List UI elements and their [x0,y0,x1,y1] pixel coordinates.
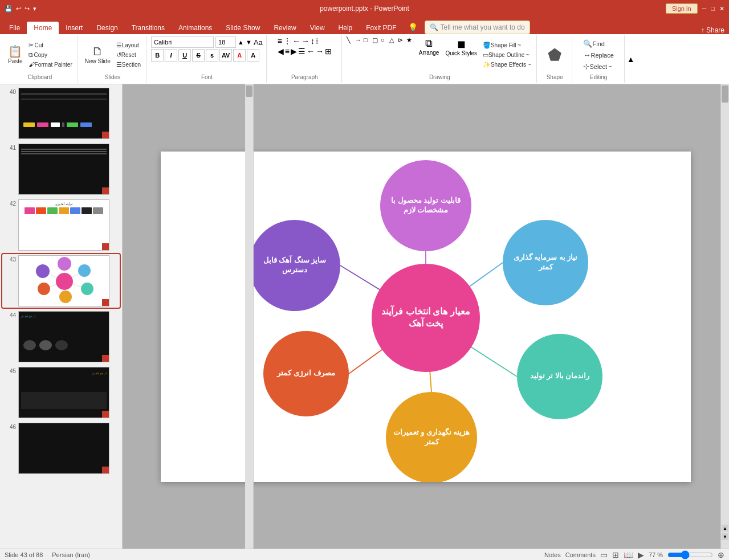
rtl-icon[interactable]: ← [307,47,315,56]
cut-button[interactable]: ✂ Cut [27,41,74,50]
copy-button[interactable]: ⧉ Copy [27,51,74,59]
zoom-fit-icon[interactable]: ⊕ [718,550,724,559]
font-highlight-button[interactable]: A [247,49,259,62]
slide-thumb-45[interactable]: 45 آب های آهک‌دار [2,366,120,419]
ltr-icon[interactable]: → [316,47,324,56]
sign-in-button[interactable]: Sign in [666,3,698,14]
shape-tri-icon[interactable]: △ [389,36,397,44]
columns-icon[interactable]: ⁞ [316,36,318,46]
italic-button[interactable]: I [165,49,177,62]
shape-roundrect-icon[interactable]: ▢ [372,36,380,44]
shape-outline-button[interactable]: ▭ Shape Outline ~ [481,51,533,59]
right-scrollbar[interactable]: ▲ ▼ [720,84,729,549]
bubble-n6: سایز سنگ آهک قابل دسترس [249,220,340,311]
shape-fill-button[interactable]: 🪣 Shape Fill ~ [481,41,533,50]
arrange-icon: ⧉ [425,38,433,50]
font-row1: ▲ ▼ Aa [151,36,263,48]
strikethrough-button[interactable]: S [192,49,205,62]
editing-group: 🔍 Find ↔ Replace ⊹ Select ~ Editing [573,35,625,83]
increase-font-icon[interactable]: ▲ [238,39,244,46]
restore-icon[interactable]: □ [711,5,715,12]
align-right-icon[interactable]: ▶ [291,47,297,56]
shape-rect-icon[interactable]: □ [364,36,372,44]
underline-button[interactable]: U [178,49,191,62]
share-button[interactable]: ↑ Share [701,26,724,34]
tab-view[interactable]: View [303,22,332,34]
tab-slideshow[interactable]: Slide Show [219,22,267,34]
tab-animations[interactable]: Animations [172,22,219,34]
view-slideshow-icon[interactable]: ▶ [638,550,644,559]
shape-circle-icon[interactable]: ○ [381,36,389,44]
tab-help[interactable]: Help [332,22,360,34]
section-button[interactable]: ☰ Section [115,60,142,69]
scroll-down-btn[interactable]: ▼ [722,533,728,540]
select-icon: ⊹ [583,62,589,71]
redo-icon[interactable]: ↪ [25,5,30,13]
ribbon-collapse-button[interactable]: ▲ [626,35,636,83]
smartart-icon[interactable]: ⊞ [325,47,332,56]
new-slide-button[interactable]: 🗋 New Slide [83,44,113,66]
increase-indent-icon[interactable]: → [302,36,309,46]
decrease-font-icon[interactable]: ▼ [246,39,252,46]
font-size-input[interactable] [215,36,236,48]
view-reading-icon[interactable]: 📖 [624,550,633,559]
tab-file[interactable]: File [2,22,27,34]
replace-button[interactable]: ↔ Replace [581,50,615,60]
font-color-button[interactable]: A [233,49,246,62]
format-painter-button[interactable]: 🖌 Format Painter [27,60,74,68]
undo-icon[interactable]: ↩ [16,5,21,13]
bullets-icon[interactable]: ≡ [278,36,282,46]
paste-button[interactable]: 📋 Paste [6,44,25,66]
slide-thumb-43[interactable]: 43 [2,254,120,308]
shape-chevron-icon[interactable]: ⊳ [398,36,406,44]
tab-home[interactable]: Home [27,22,59,34]
shape-arrow-icon[interactable]: → [355,36,363,44]
font-name-input[interactable] [151,36,214,48]
layout-button[interactable]: ☰ Layout [115,41,142,50]
view-normal-icon[interactable]: ▭ [600,550,608,559]
tab-transitions[interactable]: Transitions [125,22,172,34]
notes-button[interactable]: Notes [544,551,561,558]
minimize-icon[interactable]: ─ [702,5,707,12]
line-spacing-icon[interactable]: ↕ [311,36,315,46]
slide-thumb-40[interactable]: 40 [2,87,120,140]
tab-design[interactable]: Design [89,22,124,34]
slide-thumb-46[interactable]: 46 [2,422,120,475]
shadow-button[interactable]: s [206,49,218,62]
numbering-icon[interactable]: ⋮ [283,36,291,46]
customize-icon[interactable]: ▾ [33,5,36,13]
view-outline-icon[interactable]: ⊞ [612,550,619,559]
justify-icon[interactable]: ☰ [298,47,306,56]
align-center-icon[interactable]: ≡ [285,47,290,56]
align-left-icon[interactable]: ◀ [278,47,284,56]
shape-effects-button[interactable]: ✨ Shape Effects ~ [481,60,533,69]
slide-num-42: 42 [3,199,16,207]
comments-button[interactable]: Comments [565,551,596,558]
arrange-button[interactable]: ⧉ Arrange [417,36,442,73]
tab-review[interactable]: Review [267,22,303,34]
scroll-up-btn[interactable]: ▲ [722,525,728,532]
quick-styles-button[interactable]: ◼ Quick Styles [443,36,479,73]
slide-thumb-41[interactable]: 41 [2,142,120,196]
save-icon[interactable]: 💾 [5,5,13,13]
slide-thumb-44[interactable]: 44 آب های آهک‌دار [2,310,120,363]
shape-group: ⬟ Shape [538,35,572,83]
clear-format-icon[interactable]: Aa [254,38,263,47]
ribbon-search-bar[interactable]: 🔍 Tell me what you want to do [425,21,530,34]
shape-star-icon[interactable]: ★ [406,36,414,44]
slide-img-40 [18,88,109,139]
zoom-slider[interactable] [667,551,713,558]
slide-thumb-42[interactable]: 42 فرآیند آهک‌پزی [2,198,120,252]
tab-foxit[interactable]: Foxit PDF [359,22,403,34]
decrease-indent-icon[interactable]: ← [292,36,300,46]
select-button[interactable]: ⊹ Select ~ [581,62,615,71]
reset-button[interactable]: ↺ Reset [115,51,142,59]
find-button[interactable]: 🔍 Find [581,39,615,48]
panel-scrollbar[interactable] [245,84,254,549]
close-icon[interactable]: ✕ [719,5,724,13]
shape-line-icon[interactable]: ╲ [347,36,355,44]
bold-button[interactable]: B [151,49,164,62]
char-spacing-button[interactable]: AV [219,49,232,62]
tab-insert[interactable]: Insert [59,22,89,34]
bubble-n5: مصرف انرژی کمتر [263,331,349,416]
